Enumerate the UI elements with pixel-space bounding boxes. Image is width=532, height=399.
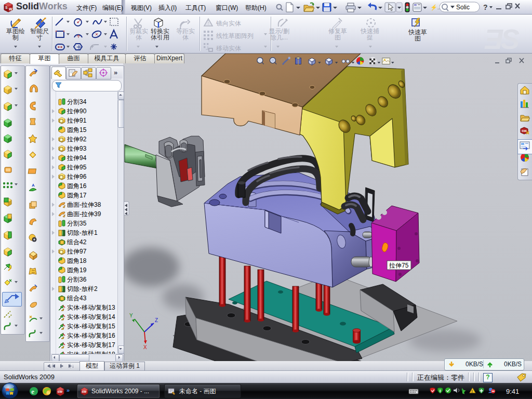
svg-text:Y: Y [129,313,133,318]
svg-text:⚡..: ⚡.. [430,4,441,11]
svg-text:!: ! [472,389,473,394]
svg-text:Solic: Solic [456,4,470,11]
svg-text:W: W [9,7,12,11]
svg-text:SW: SW [522,129,527,132]
svg-text:SW: SW [58,390,63,393]
svg-text:Z: Z [155,317,158,323]
svg-text:?: ? [483,3,488,11]
svg-text:拉伸75: 拉伸75 [389,262,409,269]
svg-text:+: + [338,19,341,24]
svg-text:e: e [31,388,34,395]
svg-text:S: S [5,6,8,9]
svg-text:X: X [143,344,147,350]
svg-text:»: » [66,387,70,393]
svg-text:SW: SW [82,390,87,393]
